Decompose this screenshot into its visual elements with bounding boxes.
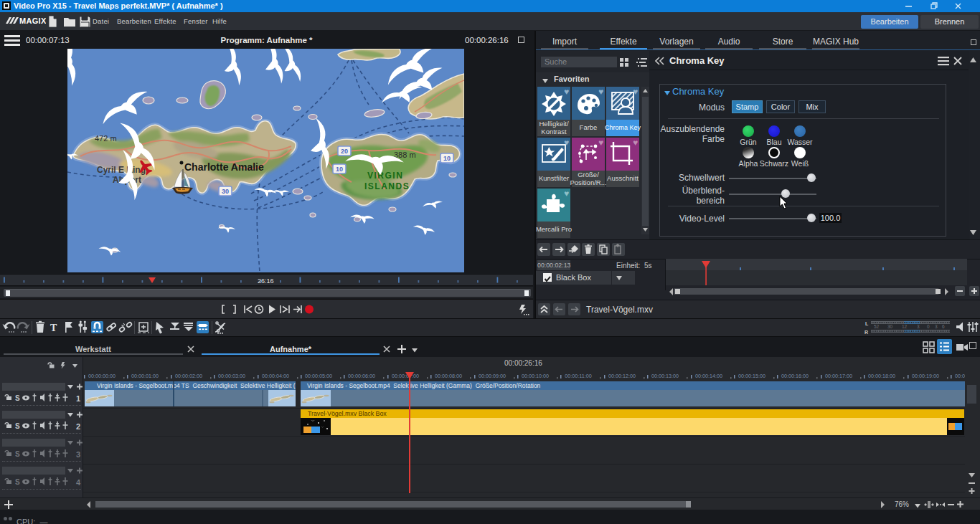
svg-text:52: 52 xyxy=(874,324,880,329)
svg-text:S: S xyxy=(15,450,20,458)
svg-text:30: 30 xyxy=(222,188,229,195)
svg-text:00:00:05:00: 00:00:05:00 xyxy=(305,373,332,379)
svg-text:S: S xyxy=(15,422,20,430)
svg-text:0: 0 xyxy=(927,324,930,329)
svg-text:26:16: 26:16 xyxy=(258,277,274,285)
svg-text:00:00:01:00: 00:00:01:00 xyxy=(131,373,159,379)
svg-text:00:00:20:00: 00:00:20:00 xyxy=(955,373,965,379)
svg-text:R: R xyxy=(864,330,868,335)
svg-text:4: 4 xyxy=(76,478,81,487)
svg-text:00:00:12:00: 00:00:12:00 xyxy=(608,373,636,379)
svg-text:00:00:13:00: 00:00:13:00 xyxy=(651,373,679,379)
svg-text:30: 30 xyxy=(887,324,893,329)
svg-text:00:00:11:00: 00:00:11:00 xyxy=(565,373,591,379)
svg-text:00:00:14:00: 00:00:14:00 xyxy=(695,373,722,379)
svg-text:00:00:00:00: 00:00:00:00 xyxy=(88,373,116,379)
svg-text:2: 2 xyxy=(76,422,80,431)
svg-text:00:00:16:00: 00:00:16:00 xyxy=(781,373,809,379)
svg-text:00:00:17:00: 00:00:17:00 xyxy=(825,373,852,379)
svg-text:00:00:06:00: 00:00:06:00 xyxy=(348,373,375,379)
svg-text:12: 12 xyxy=(902,324,908,329)
svg-text:3: 3 xyxy=(935,324,938,329)
svg-text:3: 3 xyxy=(917,324,920,329)
svg-text:L: L xyxy=(865,321,869,326)
svg-text:6: 6 xyxy=(942,324,945,329)
svg-text:ISLANDS: ISLANDS xyxy=(364,181,410,191)
svg-text:MAGIX: MAGIX xyxy=(19,16,46,25)
svg-text:00:00:08:00: 00:00:08:00 xyxy=(435,373,462,379)
svg-text:3: 3 xyxy=(76,450,80,459)
svg-text:00:00:19:00: 00:00:19:00 xyxy=(912,373,939,379)
svg-text:00:00:18:00: 00:00:18:00 xyxy=(868,373,895,379)
svg-text:1: 1 xyxy=(76,394,80,403)
svg-text:472 m: 472 m xyxy=(95,134,117,143)
svg-text:20: 20 xyxy=(341,148,348,155)
svg-text:S: S xyxy=(15,394,20,402)
svg-text:00:00:10:00: 00:00:10:00 xyxy=(522,373,549,379)
svg-text:00:00:02:00: 00:00:02:00 xyxy=(175,373,202,379)
svg-text:VIRGIN: VIRGIN xyxy=(367,171,403,181)
svg-text:00:00:04:00: 00:00:04:00 xyxy=(262,373,289,379)
svg-text:00:00:15:00: 00:00:15:00 xyxy=(738,373,765,379)
svg-text:00:00:09:00: 00:00:09:00 xyxy=(479,373,506,379)
svg-text:S: S xyxy=(15,478,20,486)
svg-text:Charlotte Amalie: Charlotte Amalie xyxy=(184,161,264,173)
svg-text:00:00:03:00: 00:00:03:00 xyxy=(218,373,245,379)
svg-text:T: T xyxy=(50,323,57,333)
svg-text:10: 10 xyxy=(336,166,343,173)
svg-text:10: 10 xyxy=(443,155,451,162)
svg-text:Cyril E King: Cyril E King xyxy=(97,165,146,175)
